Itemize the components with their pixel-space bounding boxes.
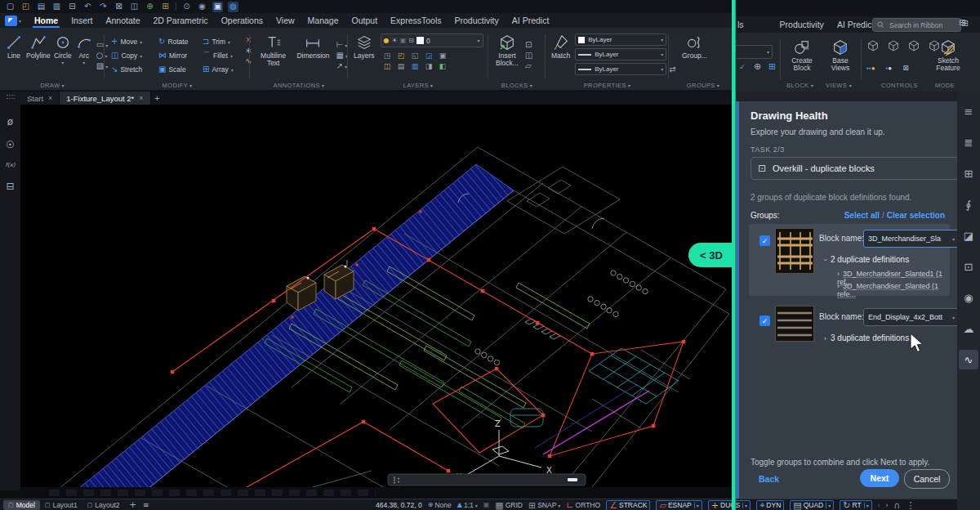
- block-name-dropdown[interactable]: 3D_Merchandiser_Sla: [863, 230, 960, 248]
- ribbon-tab[interactable]: Output: [345, 13, 385, 28]
- bylayer-dropdown[interactable]: ByLayer: [575, 34, 666, 46]
- world-icon[interactable]: ◍: [228, 2, 238, 12]
- qat-icon[interactable]: [176, 2, 176, 11]
- ribbon-tab[interactable]: Manage: [301, 13, 345, 28]
- view-control-cube-icon[interactable]: [887, 39, 900, 52]
- toolbar-drag-handle[interactable]: [7, 95, 15, 99]
- layer-lock-icon[interactable]: ▣: [436, 51, 450, 61]
- insert-block-button[interactable]: Insert Block...: [493, 34, 521, 68]
- annotation-flyout[interactable]: ▦: [336, 51, 348, 60]
- section-label[interactable]: VIEWS: [826, 82, 852, 89]
- lightbulb-icon[interactable]: ☉: [6, 140, 15, 150]
- section-label[interactable]: MODIFY: [105, 82, 250, 89]
- next-button[interactable]: Next: [860, 469, 899, 487]
- ribbon-button[interactable]: ◫Copy: [111, 49, 158, 62]
- layer-light-icon[interactable]: ▪▪●: [866, 59, 875, 74]
- fields-icon[interactable]: f(x): [5, 163, 15, 168]
- ribbon-tab[interactable]: View: [270, 13, 301, 28]
- layout-tab[interactable]: ▢Layout2: [82, 500, 125, 510]
- ribbon-button[interactable]: Line: [5, 34, 23, 60]
- status-toggle-on[interactable]: ⌖DYN: [756, 500, 784, 510]
- section-label[interactable]: DRAW: [0, 82, 105, 89]
- annotation-flyout[interactable]: ↗: [336, 62, 348, 70]
- group-checkbox[interactable]: ✓: [760, 315, 770, 326]
- block-tool[interactable]: ▱: [525, 62, 532, 70]
- ribbon-button[interactable]: Circle: [54, 34, 72, 66]
- 3d-mode-pill[interactable]: < 3D: [688, 243, 734, 267]
- add-layout-icon[interactable]: +: [130, 501, 136, 509]
- ribbon-tab[interactable]: Annotate: [99, 13, 146, 28]
- layer-off-icon[interactable]: ◲: [422, 51, 436, 61]
- status-toggle-on[interactable]: ▤QUAD: [790, 500, 834, 510]
- ribbon-button[interactable]: Multiline Text: [256, 34, 290, 68]
- save-all-icon[interactable]: ▥: [51, 2, 62, 12]
- open-icon[interactable]: ◰: [20, 2, 31, 12]
- view-control-cube-icon[interactable]: [866, 39, 880, 52]
- section-label[interactable]: GROUPS: [669, 82, 734, 89]
- block-tool[interactable]: ◫: [525, 51, 532, 60]
- save-icon[interactable]: ▤: [36, 2, 47, 12]
- ribbon-tab[interactable]: Productivity: [773, 17, 831, 32]
- edit-check-icon[interactable]: ⊕: [754, 62, 761, 71]
- copy-clip-icon[interactable]: ◫: [129, 2, 140, 12]
- drawing-canvas[interactable]: X Y Z: [20, 105, 733, 487]
- base-views-button[interactable]: Base Views: [824, 38, 857, 73]
- ribbon-button[interactable]: Dimension: [296, 34, 329, 60]
- create-block-button[interactable]: Create Block: [785, 38, 819, 73]
- new-document-button[interactable]: +: [151, 92, 164, 105]
- section-label[interactable]: BLOCKS: [488, 82, 546, 89]
- cancel-button[interactable]: Cancel: [904, 469, 950, 489]
- close-icon[interactable]: [139, 94, 143, 102]
- document-tab[interactable]: 1-Fixture_Layout 2*: [60, 92, 150, 105]
- view-control-cube-icon[interactable]: [907, 39, 920, 52]
- ribbon-button[interactable]: ▣Scale: [158, 63, 203, 76]
- ribbon-tab[interactable]: Insert: [65, 13, 99, 28]
- bell-icon[interactable]: ∩: [893, 501, 900, 510]
- section-label[interactable]: BLOCK: [786, 82, 813, 89]
- back-link[interactable]: Back: [759, 474, 779, 484]
- layer-merge-icon[interactable]: ▥: [408, 61, 422, 72]
- bylayer-dropdown[interactable]: ByLayer: [575, 63, 666, 75]
- structure-tree-icon[interactable]: ⊟: [6, 181, 14, 191]
- layers-button[interactable]: Layers: [354, 34, 375, 60]
- comparison-wipe-divider[interactable]: [732, 0, 736, 510]
- plot-icon[interactable]: ⊟: [67, 2, 78, 12]
- layer-state-dropdown[interactable]: ● ☀ ▣ ⊟ 0: [381, 34, 483, 47]
- canvas-scrollbar[interactable]: [388, 474, 586, 485]
- layer-match-icon[interactable]: ◫: [381, 61, 394, 72]
- status-toggle-on[interactable]: +DUCS: [708, 500, 751, 510]
- ribbon-tab[interactable]: ExpressTools: [384, 13, 448, 28]
- section-label[interactable]: PROPERTIES: [546, 82, 669, 89]
- isolate-objects-icon[interactable]: ø: [7, 117, 13, 127]
- new-file-icon[interactable]: ▢: [5, 2, 16, 12]
- layer-delete-icon[interactable]: ◨: [422, 61, 436, 72]
- match-properties-button[interactable]: Match: [551, 34, 570, 60]
- status-toggle-on[interactable]: ▱ESNAP: [656, 500, 702, 510]
- ribbon-button[interactable]: ↘Stretch: [111, 63, 158, 76]
- layout-tab[interactable]: ▢Model: [3, 500, 40, 510]
- status-toggle[interactable]: ⊞SNAP: [528, 501, 560, 510]
- xref-icon[interactable]: ⊠: [114, 2, 124, 12]
- annotation-flyout[interactable]: ⊢: [336, 41, 348, 49]
- ribbon-tab[interactable]: 2D Parametric: [147, 13, 215, 28]
- duplicate-definitions-toggle[interactable]: 2 duplicate definitions: [824, 255, 909, 264]
- ribbon-button[interactable]: ⋈Mirror: [158, 49, 203, 62]
- block-tool[interactable]: ⊡: [525, 41, 532, 49]
- layer-previous-icon[interactable]: ◧: [436, 61, 450, 72]
- layout-list-icon[interactable]: ≡: [143, 502, 149, 509]
- workspace-switcher[interactable]: ⊕None: [428, 501, 452, 509]
- bricscad-logo[interactable]: [5, 16, 17, 26]
- block-name-dropdown[interactable]: End_Display_4x2_Bott: [863, 308, 960, 326]
- support-icon[interactable]: ⊙: [181, 2, 192, 12]
- ribbon-button[interactable]: ⊞Array: [203, 63, 245, 76]
- clipped-dropdown[interactable]: [736, 45, 773, 59]
- search-input[interactable]: [888, 20, 956, 30]
- ribbon-tab[interactable]: Home: [28, 13, 65, 28]
- next-arrow-icon[interactable]: ›: [886, 501, 889, 509]
- status-toggle-on[interactable]: ∠STRACK: [606, 500, 650, 510]
- etransmit-icon[interactable]: ⊕: [145, 2, 155, 12]
- ribbon-button[interactable]: ↻Rotate: [158, 35, 203, 48]
- dots-menu-icon[interactable]: ⋮: [906, 501, 915, 510]
- prev-arrow-icon[interactable]: ‹: [878, 501, 880, 509]
- clear-selection-link[interactable]: Clear selection: [887, 211, 945, 220]
